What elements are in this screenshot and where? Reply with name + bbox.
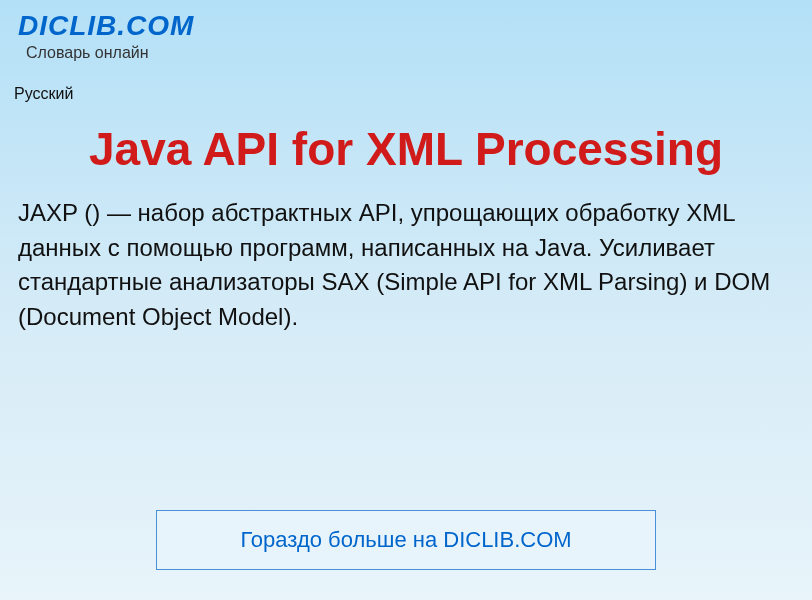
site-title[interactable]: DICLIB.COM [18, 10, 794, 42]
article-body: JAXP () — набор абстрактных API, упрощаю… [18, 196, 794, 335]
language-selector[interactable]: Русский [14, 85, 812, 103]
site-subtitle: Словарь онлайн [26, 44, 794, 62]
header: DICLIB.COM Словарь онлайн [0, 0, 812, 67]
page-title: Java API for XML Processing [40, 123, 772, 176]
cta-box[interactable]: Гораздо больше на DICLIB.COM [156, 510, 656, 570]
cta-label: Гораздо больше на DICLIB.COM [240, 527, 571, 552]
